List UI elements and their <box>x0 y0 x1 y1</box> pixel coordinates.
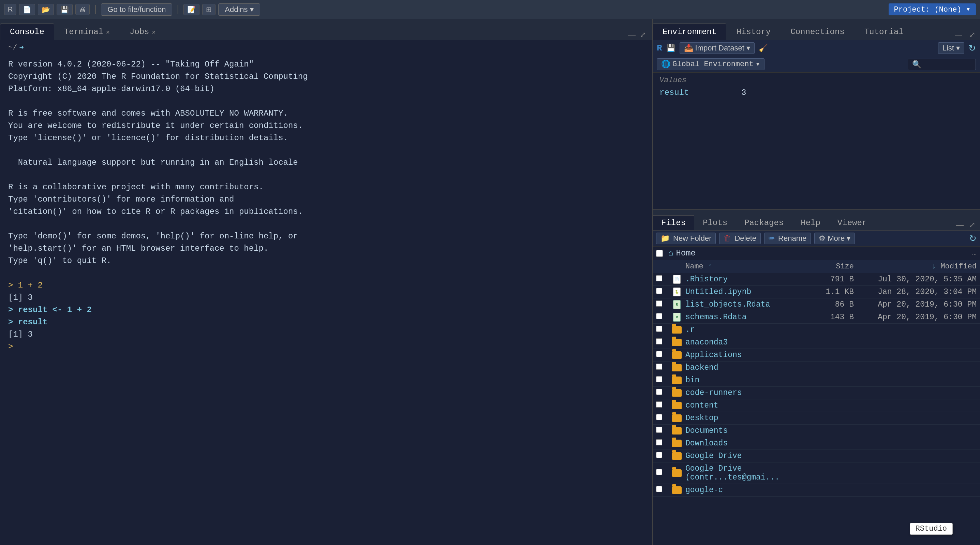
file-checkbox[interactable] <box>656 288 662 294</box>
grid-btn[interactable]: ⊞ <box>202 4 215 15</box>
new-folder-btn[interactable]: 📁 New Folder <box>656 233 716 244</box>
console-tab-bar: Console Terminal ✕ Jobs ✕ — ⤢ <box>0 19 652 40</box>
header-name[interactable]: Name ↑ <box>686 262 799 271</box>
env-refresh-btn[interactable]: ↻ <box>969 43 976 54</box>
folder-icon <box>672 452 682 460</box>
list-item[interactable]: bin <box>653 374 980 387</box>
file-checkbox[interactable] <box>656 326 662 332</box>
go-to-file-btn[interactable]: Go to file/function <box>101 3 172 16</box>
main-toolbar: R 📄 📂 💾 🖨 | Go to file/function | 📝 ⊞ Ad… <box>0 0 980 19</box>
open-file-btn[interactable]: 📂 <box>38 4 54 15</box>
close-terminal-icon[interactable]: ✕ <box>106 28 110 36</box>
files-panel-actions: — ⤢ <box>954 220 980 230</box>
list-item[interactable]: Desktop <box>653 412 980 425</box>
file-name: Downloads <box>686 439 799 448</box>
new-script-btn[interactable]: 📝 <box>183 4 199 15</box>
list-item[interactable]: Documents <box>653 425 980 437</box>
file-checkbox[interactable] <box>656 427 662 433</box>
file-checkbox[interactable] <box>656 300 662 307</box>
list-item[interactable]: Downloads <box>653 437 980 450</box>
file-icon-cell: R <box>668 300 686 309</box>
print-btn[interactable]: 🖨 <box>75 4 90 15</box>
new-file-btn[interactable]: 📄 <box>19 4 35 15</box>
tab-files[interactable]: Files <box>653 215 694 230</box>
home-icon[interactable]: ⌂ <box>668 249 673 258</box>
header-modified[interactable]: ↓ Modified <box>854 262 977 271</box>
tab-environment[interactable]: Environment <box>653 24 726 40</box>
rename-btn[interactable]: ✏ Rename <box>764 233 811 244</box>
env-maximize-btn[interactable]: ⤢ <box>967 30 977 40</box>
list-item[interactable]: Applications <box>653 349 980 362</box>
file-checkbox[interactable] <box>656 376 662 382</box>
file-checkbox[interactable] <box>656 338 662 344</box>
tab-packages[interactable]: Packages <box>736 215 792 230</box>
tab-terminal[interactable]: Terminal ✕ <box>54 24 120 40</box>
list-item[interactable]: 🐍 Untitled.ipynb 1.1 KB Jan 28, 2020, 3:… <box>653 286 980 298</box>
list-item[interactable]: Google Drive <box>653 450 980 462</box>
list-item[interactable]: google-c <box>653 484 980 497</box>
list-item[interactable]: .r <box>653 323 980 336</box>
tab-history[interactable]: History <box>726 24 781 40</box>
console-startup-text: R version 4.0.2 (2020-06-22) -- "Taking … <box>8 58 644 267</box>
global-env-select[interactable]: 🌐 Global Environment ▾ <box>657 58 765 70</box>
list-item[interactable]: backend <box>653 362 980 374</box>
file-checkbox[interactable] <box>656 439 662 445</box>
path-more-btn[interactable]: … <box>972 249 977 258</box>
rstudio-icon-btn[interactable]: R <box>4 4 16 15</box>
tab-console[interactable]: Console <box>0 24 54 40</box>
list-item[interactable]: code-runners <box>653 387 980 399</box>
console-minimize-btn[interactable]: — <box>626 30 638 40</box>
list-item[interactable]: R schemas.Rdata 143 B Apr 20, 2019, 6:30… <box>653 311 980 323</box>
file-name: backend <box>686 363 799 372</box>
delete-btn[interactable]: 🗑 Delete <box>719 233 761 244</box>
import-dataset-btn[interactable]: 📥 Import Dataset ▾ <box>679 42 755 54</box>
env-search-input[interactable] <box>908 59 976 70</box>
list-item[interactable]: R list_objects.Rdata 86 B Apr 20, 2019, … <box>653 298 980 311</box>
save-btn[interactable]: 💾 <box>57 4 73 15</box>
tab-plots[interactable]: Plots <box>694 215 736 230</box>
file-checkbox[interactable] <box>656 402 662 408</box>
file-name: google-c <box>686 486 799 494</box>
file-checkbox[interactable] <box>656 313 662 319</box>
file-checkbox[interactable] <box>656 275 662 281</box>
tab-viewer[interactable]: Viewer <box>829 215 875 230</box>
files-maximize-btn[interactable]: ⤢ <box>967 220 977 230</box>
list-item[interactable]: 📄 .Rhistory 791 B Jul 30, 2020, 5:35 AM <box>653 273 980 286</box>
tab-help[interactable]: Help <box>792 215 829 230</box>
header-size[interactable]: Size <box>799 262 854 271</box>
close-jobs-icon[interactable]: ✕ <box>152 28 156 36</box>
file-checkbox[interactable] <box>656 452 662 458</box>
project-badge[interactable]: Project: (None) ▾ <box>889 3 976 15</box>
files-tab-bar: Files Plots Packages Help Viewer — ⤢ <box>653 210 980 231</box>
env-minimize-btn[interactable]: — <box>953 30 964 40</box>
tab-tutorial[interactable]: Tutorial <box>854 24 913 40</box>
file-checkbox[interactable] <box>656 486 662 492</box>
file-checkbox[interactable] <box>656 363 662 370</box>
list-item[interactable]: Google Drive (contr...tes@gmai... <box>653 462 980 484</box>
console-content[interactable]: R version 4.0.2 (2020-06-22) -- "Taking … <box>0 53 652 545</box>
list-view-btn[interactable]: List ▾ <box>938 42 964 54</box>
folder-icon <box>672 427 682 435</box>
ipynb-icon: 🐍 <box>673 287 681 296</box>
rename-icon: ✏ <box>768 234 775 243</box>
tab-connections[interactable]: Connections <box>781 24 854 40</box>
tab-jobs[interactable]: Jobs ✕ <box>120 24 165 40</box>
console-maximize-btn[interactable]: ⤢ <box>638 30 648 40</box>
file-icon-cell <box>668 351 686 359</box>
files-refresh-btn[interactable]: ↻ <box>969 233 977 244</box>
file-checkbox[interactable] <box>656 389 662 395</box>
file-name: Desktop <box>686 414 799 422</box>
file-checkbox[interactable] <box>656 351 662 357</box>
file-checkbox[interactable] <box>656 414 662 420</box>
clear-env-btn[interactable]: 🧹 <box>759 44 768 53</box>
addins-btn[interactable]: Addins ▾ <box>218 3 260 16</box>
list-item[interactable]: anaconda3 <box>653 336 980 349</box>
file-modified: Apr 20, 2019, 6:30 PM <box>854 313 977 322</box>
folder-icon <box>672 414 682 422</box>
file-checkbox[interactable] <box>656 469 662 475</box>
more-btn[interactable]: ⚙ More ▾ <box>814 233 855 244</box>
select-all-checkbox[interactable] <box>656 250 663 257</box>
list-item[interactable]: content <box>653 399 980 412</box>
files-minimize-btn[interactable]: — <box>954 220 966 230</box>
file-name: Untitled.ipynb <box>686 287 799 296</box>
